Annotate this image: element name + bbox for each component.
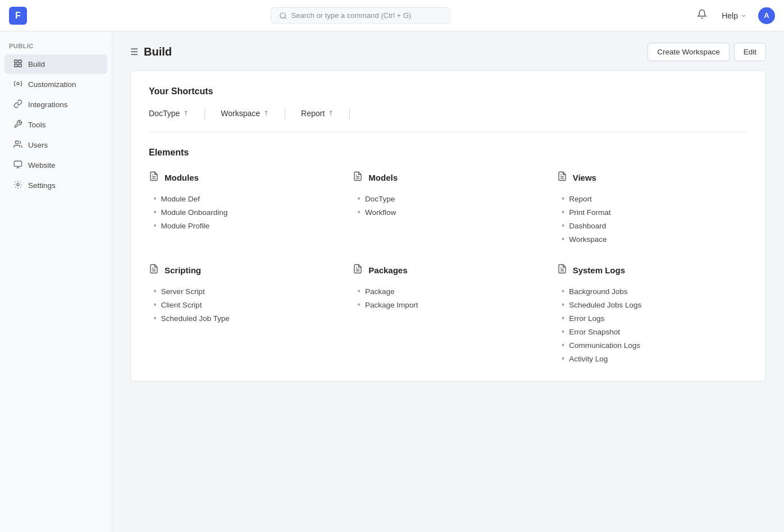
element-list-item-5-4[interactable]: Communication Logs	[562, 338, 747, 352]
element-section-header-5: System Logs	[557, 264, 747, 277]
main-area: ☰ Build Create Workspace Edit Your Short…	[112, 31, 784, 532]
shortcut-doctype-arrow: ↗	[181, 108, 190, 118]
element-list-item-2-1[interactable]: Print Format	[562, 205, 747, 219]
element-section-packages: PackagesPackagePackage Import	[353, 264, 543, 365]
sidebar-item-customization-label: Customization	[28, 80, 76, 89]
element-list-item-5-5[interactable]: Activity Log	[562, 352, 747, 365]
element-list-item-5-0[interactable]: Background Jobs	[562, 285, 747, 298]
topbar: F Search or type a command (Ctrl + G) He…	[0, 0, 784, 31]
element-section-name-1: Models	[368, 173, 398, 182]
element-list-item-2-0[interactable]: Report	[562, 192, 747, 205]
element-list-3: Server ScriptClient ScriptScheduled Job …	[149, 285, 339, 325]
website-icon	[13, 160, 22, 171]
element-list-item-4-0[interactable]: Package	[357, 285, 543, 298]
settings-icon	[13, 180, 22, 191]
users-icon	[13, 140, 22, 150]
customization-icon	[13, 79, 22, 90]
sidebar-item-website[interactable]: Website	[4, 155, 107, 175]
page-actions: Create Workspace Edit	[648, 43, 766, 61]
element-list-5: Background JobsScheduled Jobs LogsError …	[557, 285, 747, 365]
menu-toggle[interactable]: ☰	[130, 47, 138, 57]
element-list-item-1-1[interactable]: Workflow	[357, 205, 543, 219]
element-list-item-3-1[interactable]: Client Script	[153, 298, 339, 311]
element-section-name-3: Scripting	[165, 265, 201, 275]
sidebar: PUBLIC Build Customization Integrations …	[0, 31, 112, 532]
svg-rect-2	[15, 60, 17, 63]
element-list-item-1-0[interactable]: DocType	[357, 192, 543, 205]
svg-rect-5	[19, 64, 21, 67]
shortcuts-title: Your Shortcuts	[149, 86, 747, 97]
page-header: ☰ Build Create Workspace Edit	[112, 31, 784, 70]
element-list-4: PackagePackage Import	[353, 285, 543, 311]
element-list-item-4-1[interactable]: Package Import	[357, 298, 543, 311]
element-section-models: ModelsDocTypeWorkflow	[353, 171, 543, 246]
element-section-views: ViewsReportPrint FormatDashboardWorkspac…	[557, 171, 747, 246]
element-section-scripting: ScriptingServer ScriptClient ScriptSched…	[149, 264, 339, 365]
search-area: Search or type a command (Ctrl + G)	[27, 7, 694, 24]
element-list-item-0-2[interactable]: Module Profile	[153, 219, 339, 232]
svg-line-1	[284, 17, 286, 19]
sidebar-item-users-label: Users	[28, 141, 48, 149]
shortcut-workspace[interactable]: Workspace ↗	[221, 107, 269, 120]
element-list-item-2-2[interactable]: Dashboard	[562, 219, 747, 232]
integrations-icon	[13, 99, 22, 110]
notifications-button[interactable]	[694, 6, 710, 25]
element-list-item-5-1[interactable]: Scheduled Jobs Logs	[562, 298, 747, 311]
element-section-name-4: Packages	[368, 265, 407, 275]
sidebar-item-settings[interactable]: Settings	[4, 176, 107, 195]
app-logo[interactable]: F	[9, 7, 27, 25]
sidebar-item-integrations-label: Integrations	[28, 100, 68, 109]
svg-rect-8	[14, 161, 21, 166]
element-section-header-4: Packages	[353, 264, 543, 277]
element-section-name-2: Views	[573, 173, 596, 182]
element-section-icon-4	[353, 264, 363, 277]
sidebar-item-users[interactable]: Users	[4, 135, 107, 155]
shortcut-divider-1	[204, 108, 205, 119]
elements-grid: ModulesModule DefModule OnboardingModule…	[149, 171, 747, 365]
shortcut-report[interactable]: Report ↗	[301, 107, 334, 120]
element-section-name-5: System Logs	[573, 265, 625, 275]
sidebar-section-label: PUBLIC	[0, 40, 112, 54]
search-box[interactable]: Search or type a command (Ctrl + G)	[271, 7, 450, 24]
element-list-item-0-1[interactable]: Module Onboarding	[153, 205, 339, 219]
element-list-item-3-0[interactable]: Server Script	[153, 285, 339, 298]
element-list-item-5-3[interactable]: Error Snapshot	[562, 325, 747, 338]
shortcut-report-arrow: ↗	[326, 108, 335, 118]
element-section-name-0: Modules	[165, 173, 199, 182]
sidebar-item-customization[interactable]: Customization	[4, 75, 107, 94]
avatar[interactable]: A	[758, 7, 775, 24]
bell-icon	[697, 9, 707, 19]
chevron-down-icon	[740, 12, 747, 19]
element-list-2: ReportPrint FormatDashboardWorkspace	[557, 192, 747, 246]
sidebar-item-tools[interactable]: Tools	[4, 115, 107, 135]
element-section-icon-1	[353, 171, 363, 184]
sidebar-item-build[interactable]: Build	[4, 54, 107, 74]
elements-title: Elements	[149, 148, 747, 158]
edit-button[interactable]: Edit	[734, 43, 766, 61]
element-section-header-1: Models	[353, 171, 543, 184]
shortcut-divider-3	[349, 108, 350, 119]
element-section-icon-0	[149, 171, 159, 184]
element-section-icon-2	[557, 171, 567, 184]
element-list-item-5-2[interactable]: Error Logs	[562, 311, 747, 325]
shortcut-workspace-arrow: ↗	[261, 108, 271, 118]
help-button[interactable]: Help	[717, 8, 751, 24]
shortcuts-row: DocType ↗ Workspace ↗ Report ↗	[149, 107, 747, 132]
element-list-item-3-2[interactable]: Scheduled Job Type	[153, 311, 339, 325]
shortcut-doctype[interactable]: DocType ↗	[149, 107, 189, 120]
element-list-item-0-0[interactable]: Module Def	[153, 192, 339, 205]
sidebar-item-website-label: Website	[28, 161, 56, 169]
element-list-item-2-3[interactable]: Workspace	[562, 232, 747, 246]
create-workspace-button[interactable]: Create Workspace	[648, 43, 730, 61]
tools-icon	[13, 120, 22, 130]
element-section-system-logs: System LogsBackground JobsScheduled Jobs…	[557, 264, 747, 365]
sidebar-item-integrations[interactable]: Integrations	[4, 95, 107, 114]
sidebar-item-build-label: Build	[28, 60, 45, 68]
search-icon	[279, 12, 287, 20]
element-section-header-2: Views	[557, 171, 747, 184]
svg-point-0	[280, 12, 285, 17]
page-title: Build	[144, 45, 172, 58]
element-section-icon-5	[557, 264, 567, 277]
element-section-header-0: Modules	[149, 171, 339, 184]
build-icon	[13, 59, 22, 70]
